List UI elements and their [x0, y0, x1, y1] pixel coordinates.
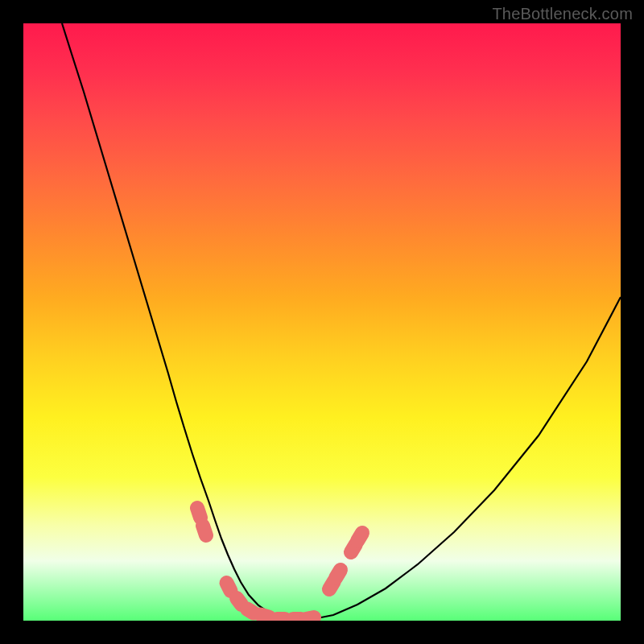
marker-dot: [261, 615, 269, 617]
marker-dot: [336, 570, 341, 578]
watermark-text: TheBottleneck.com: [492, 5, 633, 23]
marker-dot: [197, 508, 200, 518]
marker-dot: [227, 583, 231, 591]
marker-dot: [357, 533, 362, 541]
curve-markers: [197, 508, 362, 619]
marker-dot: [247, 609, 254, 613]
plot-area: [23, 23, 621, 621]
marker-dot: [203, 526, 206, 535]
chart-frame: TheBottleneck.com: [0, 0, 644, 644]
marker-dot: [237, 598, 242, 605]
curve-layer: [23, 23, 621, 621]
marker-dot: [306, 617, 314, 619]
bottleneck-curve-path: [62, 23, 621, 619]
